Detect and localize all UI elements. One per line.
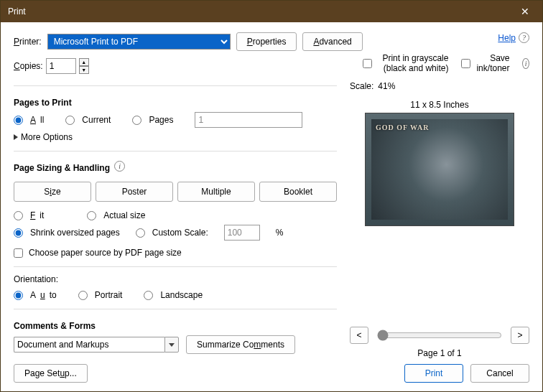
tab-booklet[interactable]: Booklet [259,182,337,202]
tab-size[interactable]: Size [14,182,91,202]
help-info-icon[interactable]: ? [519,32,529,43]
pages-to-print-title: Pages to Print [14,98,337,108]
sizing-title: Page Sizing & Handling [14,163,110,173]
radio-all[interactable]: All [14,115,44,125]
page-indicator: Page 1 of 1 [350,348,529,358]
saveink-label: Save ink/toner [476,53,509,73]
triangle-right-icon [14,134,18,140]
scale-value: 41% [378,81,395,91]
more-options-toggle[interactable]: More Options [14,132,337,142]
preview-art [371,119,508,220]
close-icon[interactable]: ✕ [515,3,535,20]
copies-spinner[interactable]: ▲ ▼ [79,58,89,74]
radio-portrait[interactable]: Portrait [78,290,123,300]
comments-combo[interactable] [14,337,179,353]
grayscale-label: Print in grayscale (black and white) [378,53,449,73]
dialog-content: Printer: Microsoft Print to PDF Properti… [1,22,542,391]
copies-input[interactable] [46,58,76,74]
title-bar: Print ✕ [1,1,542,22]
window-title: Print [8,6,26,17]
preview-prev-button[interactable]: < [350,327,368,344]
radio-landscape[interactable]: Landscape [144,290,203,300]
radio-actual[interactable]: Actual size [87,210,145,220]
saveink-checkbox-group[interactable]: Save ink/toner [461,53,509,73]
advanced-button[interactable]: Advanced [302,32,362,51]
radio-pages[interactable]: Pages [132,115,173,125]
spinner-up-icon[interactable]: ▲ [79,58,89,66]
scale-label: Scale: [350,81,373,91]
orientation-title: Orientation: [14,274,337,284]
page-setup-button[interactable]: Page Setup... [14,364,88,383]
preview-dimensions: 11 x 8.5 Inches [350,100,529,110]
preview-logo-text: GOD OF WAR [376,123,429,131]
printer-label: Printer: [14,37,42,47]
cancel-button[interactable]: Cancel [470,364,529,383]
custom-scale-input[interactable] [224,225,260,241]
choose-paper-checkbox-group[interactable]: Choose paper source by PDF page size [14,248,337,258]
tab-multiple[interactable]: Multiple [177,182,255,202]
comments-title: Comments & Forms [14,321,337,331]
printer-select[interactable]: Microsoft Print to PDF [47,34,231,50]
tab-poster[interactable]: Poster [96,182,173,202]
radio-shrink[interactable]: Shrink oversized pages [14,228,120,238]
chevron-down-icon [169,343,175,347]
page-range-input[interactable] [195,112,302,128]
combo-drop-button[interactable] [164,337,179,353]
properties-button[interactable]: Properties [236,32,297,51]
saveink-info-icon[interactable]: i [522,58,529,69]
radio-custom[interactable]: Custom Scale: [136,228,208,238]
summarize-comments-button[interactable]: Summarize Comments [186,335,295,354]
saveink-checkbox[interactable] [461,59,470,68]
radio-current[interactable]: Current [65,115,111,125]
preview-thumbnail: GOD OF WAR [365,113,514,226]
preview-slider[interactable] [377,330,502,341]
help-link[interactable]: Help [498,33,516,43]
comments-input[interactable] [14,337,164,353]
preview-next-button[interactable]: > [511,327,529,344]
sizing-info-icon[interactable]: i [114,161,125,172]
spinner-down-icon[interactable]: ▼ [79,66,89,74]
grayscale-checkbox-group[interactable]: Print in grayscale (black and white) [363,53,449,73]
percent-label: % [276,228,284,238]
choose-paper-checkbox[interactable] [14,248,23,258]
grayscale-checkbox[interactable] [363,59,372,68]
copies-label: Copies: [14,61,43,71]
radio-auto[interactable]: Auto [14,290,57,300]
radio-fit[interactable]: Fit [14,210,44,220]
print-button[interactable]: Print [404,364,463,383]
